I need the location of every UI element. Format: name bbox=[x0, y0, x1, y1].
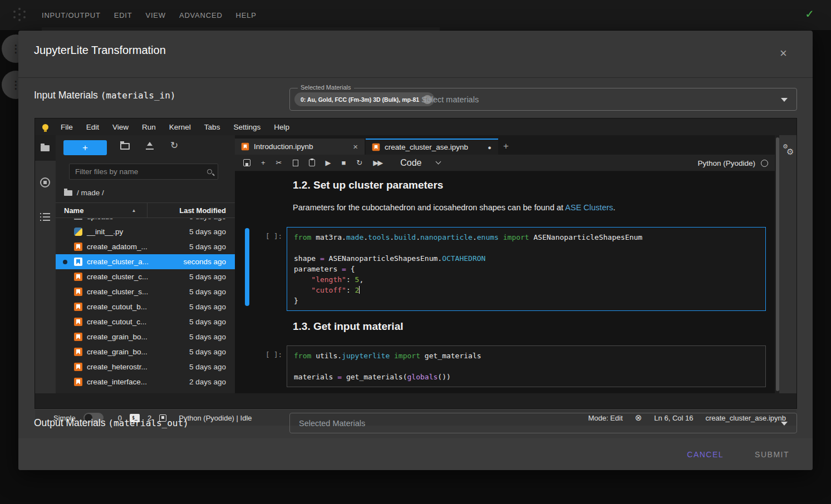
top-menu-item-help[interactable]: HELP bbox=[236, 11, 257, 19]
kernel-selector[interactable]: Python (Pyodide) bbox=[697, 155, 768, 171]
refresh-button[interactable]: ↻ bbox=[170, 141, 178, 150]
tab-create-cluster-ase[interactable]: create_cluster_ase.ipynb ● bbox=[366, 139, 498, 155]
stop-kernel-button[interactable]: ■ bbox=[342, 159, 346, 167]
close-tab-icon[interactable]: × bbox=[353, 142, 358, 151]
input-materials-label-text: Input Materials bbox=[34, 90, 101, 101]
file-row[interactable]: create_cutout_c...5 days ago bbox=[56, 314, 235, 329]
column-name[interactable]: Name bbox=[64, 206, 83, 215]
ase-clusters-link[interactable]: ASE Clusters bbox=[565, 203, 613, 212]
lab-menu-item-help[interactable]: Help bbox=[267, 123, 296, 131]
cell-collapser[interactable] bbox=[245, 228, 249, 306]
lab-menu-item-run[interactable]: Run bbox=[135, 123, 163, 131]
jupyterlab-body: + ↻ Filter files by name / made / Name bbox=[35, 135, 796, 393]
file-row[interactable]: create_grain_bo...5 days ago bbox=[56, 344, 235, 359]
paste-cell-button[interactable] bbox=[309, 159, 315, 166]
upload-button[interactable] bbox=[146, 142, 154, 152]
cancel-button[interactable]: CANCEL bbox=[684, 449, 727, 459]
notebook-file-icon bbox=[74, 258, 82, 266]
code-line: materials = get_materials(globals()) bbox=[294, 372, 759, 382]
input-materials-select[interactable]: Selected Materials 0: Au, Gold, FCC (Fm-… bbox=[289, 88, 797, 111]
file-row[interactable]: create_heterostr...5 days ago bbox=[56, 359, 235, 374]
cut-cell-button[interactable]: ✂ bbox=[276, 159, 282, 167]
notebook-region: Introduction.ipynb × create_cluster_ase.… bbox=[235, 135, 775, 393]
folder-file-icon bbox=[74, 219, 82, 220]
chevron-down-icon[interactable] bbox=[781, 422, 788, 426]
top-menu: INPUT/OUTPUTEDITVIEWADVANCEDHELP bbox=[42, 0, 257, 30]
dialog-title: JupyterLite Transformation bbox=[34, 44, 166, 57]
code-editor[interactable]: from utils.jupyterlite import get_materi… bbox=[287, 345, 766, 387]
input-materials-label: Input Materials (materials_in) bbox=[34, 90, 176, 101]
output-materials-label: Output Materials (materials_out) bbox=[34, 417, 189, 429]
file-row[interactable]: __init__.py5 days ago bbox=[56, 224, 235, 239]
file-modified: 5 days ago bbox=[189, 273, 226, 281]
copy-icon bbox=[293, 160, 298, 166]
lab-menu-item-tabs[interactable]: Tabs bbox=[198, 123, 227, 131]
cell-type-dropdown[interactable]: Code bbox=[400, 158, 440, 168]
top-menu-item-input-output[interactable]: INPUT/OUTPUT bbox=[42, 11, 101, 19]
lightbulb-icon[interactable] bbox=[42, 124, 48, 130]
filter-files-input[interactable]: Filter files by name bbox=[69, 164, 218, 180]
top-menu-item-view[interactable]: VIEW bbox=[145, 11, 165, 19]
lab-menu-item-settings[interactable]: Settings bbox=[227, 123, 267, 131]
new-launcher-button[interactable]: + bbox=[63, 140, 107, 155]
file-modified: 5 days ago bbox=[189, 303, 226, 311]
lab-menu-item-kernel[interactable]: Kernel bbox=[163, 123, 198, 131]
run-cell-button[interactable]: ▶ bbox=[326, 159, 331, 167]
check-icon[interactable]: ✓ bbox=[805, 7, 814, 21]
file-modified: seconds ago bbox=[183, 258, 226, 266]
tab-introduction[interactable]: Introduction.ipynb × bbox=[235, 139, 365, 155]
file-row[interactable]: create_cutout_b...5 days ago bbox=[56, 299, 235, 314]
file-name: create_cutout_c... bbox=[87, 318, 146, 326]
file-row[interactable]: create_adatom_...5 days ago bbox=[56, 239, 235, 254]
file-modified: 5 days ago bbox=[189, 318, 226, 326]
output-materials-label-text: Output Materials bbox=[34, 417, 108, 428]
unsaved-changes-icon[interactable]: ● bbox=[488, 144, 491, 151]
top-menu-item-advanced[interactable]: ADVANCED bbox=[179, 11, 223, 19]
output-materials-select[interactable]: Selected Materials bbox=[289, 413, 797, 433]
dialog-close-icon[interactable]: × bbox=[780, 47, 787, 60]
kernel-name: Python (Pyodide) bbox=[697, 159, 755, 167]
copy-cell-button[interactable] bbox=[293, 160, 298, 166]
column-last-modified[interactable]: Last Modified bbox=[179, 206, 226, 215]
breadcrumb[interactable]: / made / bbox=[64, 189, 104, 197]
file-row[interactable]: uploads5 days ago bbox=[56, 219, 235, 224]
material-chip[interactable]: 0: Au, Gold, FCC (Fm-3m) 3D (Bulk), mp-8… bbox=[294, 92, 435, 106]
lab-menu-item-file[interactable]: File bbox=[54, 123, 80, 131]
file-row[interactable]: create_interface...2 days ago bbox=[56, 374, 235, 389]
lab-menu-item-view[interactable]: View bbox=[106, 123, 135, 131]
top-menu-item-edit[interactable]: EDIT bbox=[114, 11, 132, 19]
column-divider bbox=[147, 203, 147, 218]
file-row[interactable]: create_cluster_a...seconds ago bbox=[56, 254, 235, 269]
add-tab-button[interactable]: + bbox=[503, 141, 509, 152]
file-row[interactable]: create_cluster_s...5 days ago bbox=[56, 284, 235, 299]
new-folder-button[interactable] bbox=[120, 142, 130, 152]
save-button[interactable] bbox=[243, 159, 250, 166]
restart-run-all-button[interactable]: ▶▶ bbox=[373, 159, 382, 167]
paragraph-period: . bbox=[613, 203, 616, 212]
add-cell-button[interactable]: + bbox=[261, 159, 265, 166]
file-list-header[interactable]: Name ▲ Last Modified bbox=[56, 202, 235, 218]
cell-prompt: [ ]: bbox=[265, 350, 282, 359]
table-of-contents-icon[interactable] bbox=[40, 213, 50, 221]
code-line: from mat3ra.made.tools.build.nanoparticl… bbox=[294, 232, 759, 243]
file-browser-icon[interactable] bbox=[41, 145, 50, 151]
notebook-file-icon bbox=[242, 143, 249, 151]
left-activity-bar bbox=[35, 135, 56, 393]
input-materials-variable: (materials_in) bbox=[101, 90, 176, 101]
file-name: uploads bbox=[87, 219, 113, 221]
chevron-down-icon[interactable] bbox=[781, 98, 788, 102]
cell-prompt: [ ]: bbox=[265, 232, 282, 240]
file-row[interactable]: create_cluster_c...5 days ago bbox=[56, 269, 235, 284]
code-line bbox=[294, 243, 759, 253]
cell-type-value: Code bbox=[400, 158, 421, 168]
code-editor[interactable]: from mat3ra.made.tools.build.nanoparticl… bbox=[287, 227, 766, 311]
restart-kernel-button[interactable]: ↻ bbox=[356, 159, 362, 166]
code-line: from utils.jupyterlite import get_materi… bbox=[294, 350, 759, 361]
lab-menu-item-edit[interactable]: Edit bbox=[80, 123, 106, 131]
gear-icon: ⚙ bbox=[786, 147, 794, 157]
file-row[interactable]: create_grain_bo...5 days ago bbox=[56, 329, 235, 344]
submit-button[interactable]: SUBMIT bbox=[751, 449, 793, 459]
running-sessions-icon[interactable] bbox=[40, 177, 50, 187]
code-line: "cutoff": 2 bbox=[294, 285, 759, 295]
kernel-status-text[interactable]: Python (Pyodide) | Idle bbox=[179, 414, 252, 422]
